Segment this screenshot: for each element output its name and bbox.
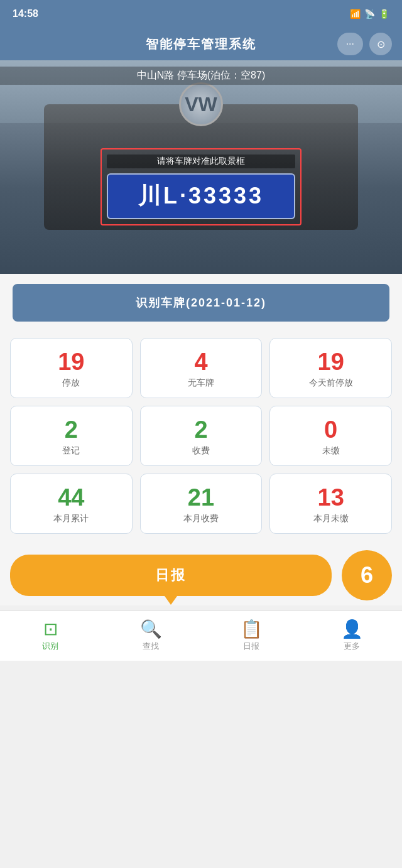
- battery-icon: 🔋: [379, 9, 389, 19]
- more-icon: 👤: [341, 621, 363, 638]
- plate-frame: 请将车牌对准此取景框 川L·33333: [100, 148, 302, 225]
- stats-grid: 19停放4无车牌19今天前停放2登记2收费0未缴44本月累计21本月收费13本月…: [0, 332, 402, 540]
- stat-card-2[interactable]: 19今天前停放: [269, 338, 392, 398]
- stat-card-5[interactable]: 0未缴: [269, 406, 392, 466]
- stat-number-5: 0: [324, 418, 337, 442]
- stat-card-6[interactable]: 44本月累计: [10, 474, 133, 534]
- nav-item-daily[interactable]: 📋 日报: [201, 616, 302, 657]
- nav-label-daily: 日报: [243, 641, 259, 652]
- signal-icon: 📶: [350, 9, 361, 19]
- plate-number: 川L·33333: [121, 181, 281, 212]
- status-bar: 14:58 📶 📡 🔋: [0, 0, 402, 28]
- stat-number-8: 13: [318, 486, 344, 509]
- stat-card-8[interactable]: 13本月未缴: [269, 474, 392, 534]
- stat-card-1[interactable]: 4无车牌: [140, 338, 263, 398]
- stat-number-1: 4: [194, 350, 207, 374]
- app-title: 智能停车管理系统: [146, 36, 256, 53]
- stat-number-3: 2: [65, 418, 78, 442]
- nav-label-more: 更多: [344, 641, 360, 652]
- stat-card-4[interactable]: 2收费: [140, 406, 263, 466]
- notification-badge[interactable]: 6: [342, 550, 392, 600]
- daily-icon: 📋: [241, 621, 263, 638]
- stat-label-8: 本月未缴: [313, 513, 349, 524]
- stat-card-0[interactable]: 19停放: [10, 338, 133, 398]
- recognize-button[interactable]: 识别车牌(2021-01-12): [13, 284, 389, 322]
- camera-button[interactable]: ⊙: [369, 33, 392, 55]
- camera-view: VW 中山N路 停车场(泊位：空87) 请将车牌对准此取景框 川L·33333: [0, 60, 402, 274]
- stat-number-4: 2: [194, 418, 207, 442]
- menu-button[interactable]: ···: [337, 33, 363, 55]
- scan-icon: ⊡: [43, 621, 58, 638]
- stat-card-7[interactable]: 21本月收费: [140, 474, 263, 534]
- search-icon: 🔍: [140, 621, 162, 638]
- car-logo-area: VW: [176, 79, 226, 129]
- bottom-nav: ⊡ 识别 🔍 查找 📋 日报 👤 更多: [0, 610, 402, 661]
- vw-logo: VW: [179, 82, 223, 126]
- stat-label-6: 本月累计: [53, 513, 89, 524]
- stat-label-0: 停放: [62, 377, 80, 389]
- status-icons: 📶 📡 🔋: [350, 9, 389, 19]
- stat-label-4: 收费: [192, 445, 210, 457]
- app-header: 智能停车管理系统 ··· ⊙: [0, 28, 402, 60]
- stat-label-2: 今天前停放: [309, 377, 353, 389]
- stat-label-1: 无车牌: [188, 377, 214, 389]
- stat-label-7: 本月收费: [183, 513, 219, 524]
- wifi-icon: 📡: [364, 9, 375, 19]
- daily-report-button[interactable]: 日报: [10, 555, 332, 596]
- nav-label-search: 查找: [143, 641, 159, 652]
- stat-number-6: 44: [58, 486, 84, 509]
- status-time: 14:58: [13, 8, 38, 19]
- stat-number-7: 21: [188, 486, 214, 509]
- bottom-action-area: 日报 6: [0, 540, 402, 605]
- nav-item-search[interactable]: 🔍 查找: [100, 616, 201, 657]
- stat-number-0: 19: [58, 350, 84, 374]
- stat-label-5: 未缴: [322, 445, 340, 457]
- parking-info-overlay: 中山N路 停车场(泊位：空87): [0, 67, 402, 85]
- stat-label-3: 登记: [62, 445, 80, 457]
- plate-hint-text: 请将车牌对准此取景框: [107, 155, 295, 168]
- nav-item-more[interactable]: 👤 更多: [302, 616, 402, 657]
- stat-card-3[interactable]: 2登记: [10, 406, 133, 466]
- license-plate: 川L·33333: [107, 173, 295, 219]
- header-actions: ··· ⊙: [337, 33, 392, 55]
- nav-item-scan[interactable]: ⊡ 识别: [0, 616, 100, 657]
- recognize-button-area: 识别车牌(2021-01-12): [0, 274, 402, 332]
- nav-label-scan: 识别: [42, 641, 58, 652]
- stat-number-2: 19: [318, 350, 344, 374]
